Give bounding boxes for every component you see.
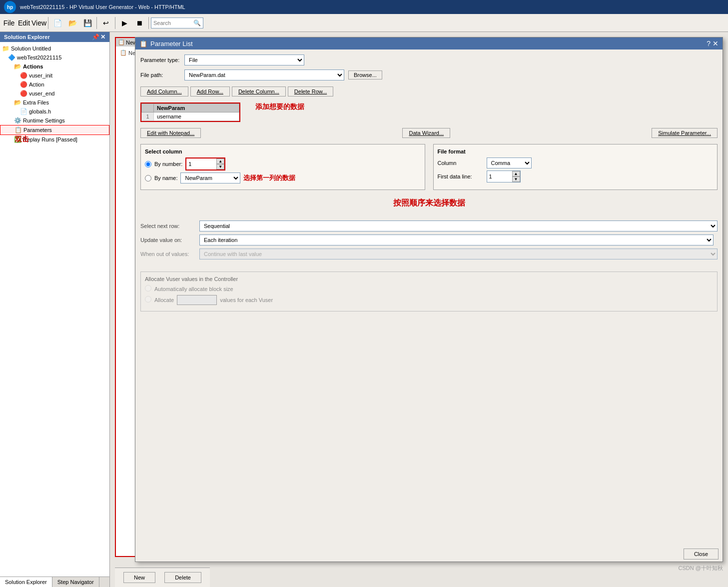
allocate-title: Allocate Vuser values in the Controller <box>145 276 713 282</box>
firstdata-spin-up[interactable]: ▲ <box>512 171 520 176</box>
param-type-label: Parameter type: <box>140 57 180 63</box>
data-wizard-button[interactable]: Data Wizard... <box>402 128 450 138</box>
tree-parameters[interactable]: 📋 Parameters <box>0 125 109 135</box>
spin-down[interactable]: ▼ <box>216 164 224 170</box>
file-path-label: File path: <box>140 72 180 78</box>
allocate-auto-radio[interactable] <box>145 285 151 292</box>
edit-menu-label[interactable]: Edit <box>18 19 30 27</box>
allocate-suffix: values for each Vuser <box>220 297 273 303</box>
runtime-icon: ⚙️ <box>14 117 21 124</box>
dialog-close-button[interactable]: ✕ <box>713 40 719 48</box>
tree-action[interactable]: 🔴 Action <box>0 80 109 89</box>
param-type-select[interactable]: File <box>184 54 304 66</box>
username-cell[interactable]: username <box>154 112 239 121</box>
by-number-input[interactable]: 1 <box>186 158 216 170</box>
extra-files-icon: 📂 <box>14 99 21 106</box>
allocate-manual-radio[interactable] <box>145 296 151 302</box>
vuser-init-label: vuser_init <box>29 72 52 78</box>
newparam-column-header: NewParam <box>154 104 239 112</box>
action-buttons-row: Add Column... Add Row... Delete Column..… <box>140 84 718 98</box>
update-value-select[interactable]: Each iteration Each occurrence Once <box>199 234 714 246</box>
title-bar: hp webTest20221115 - HP Virtual User Gen… <box>0 0 728 14</box>
add-row-button[interactable]: Add Row... <box>190 86 230 96</box>
view-menu-label[interactable]: View <box>31 19 46 27</box>
row-number-cell: 1 <box>142 112 154 121</box>
dialog-content: Parameter type: File File path: NewParam… <box>135 50 723 546</box>
row-num-header <box>142 104 154 112</box>
tree-globals[interactable]: 📄 globals.h <box>0 107 109 116</box>
search-box[interactable]: 🔍 <box>151 18 203 28</box>
when-out-select[interactable]: Continue with last value <box>199 248 718 260</box>
parameter-list-dialog: 📋 Parameter List ? ✕ Parameter type: Fil… <box>135 37 723 562</box>
by-name-label[interactable]: By name: <box>154 175 177 181</box>
first-data-input[interactable]: 1 <box>487 171 512 182</box>
runtime-label: Runtime Settings <box>23 118 65 124</box>
dialog-title-text: Parameter List <box>150 40 193 48</box>
tree-vuser-end[interactable]: 🔴 vuser_end <box>0 89 109 98</box>
panel-tabs: Solution Explorer Step Navigator <box>0 576 109 587</box>
pin-icon[interactable]: 📌 <box>92 34 99 40</box>
allocate-auto-row: Automatically allocate block size <box>145 285 713 293</box>
allocate-manual-label: Allocate <box>154 297 174 303</box>
tree-solution-untitled[interactable]: 📁 Solution Untitled <box>0 44 109 53</box>
toolbar-save[interactable]: 💾 <box>80 16 94 30</box>
comma-select[interactable]: Comma Tab Space <box>487 158 532 168</box>
two-col-section: Select column By number: 1 ▲ ▼ <box>140 144 718 190</box>
select-next-row-label: Select next row: <box>140 223 195 229</box>
simulate-button[interactable]: Simulate Parameter... <box>652 128 718 138</box>
by-name-dropdown[interactable]: NewParam <box>180 172 240 184</box>
browse-button[interactable]: Browse... <box>348 70 382 80</box>
add-column-button[interactable]: Add Column... <box>140 86 188 96</box>
dialog-close-btn[interactable]: Close <box>684 548 719 560</box>
allocate-section: Allocate Vuser values in the Controller … <box>140 272 718 312</box>
by-number-label[interactable]: By number: <box>154 161 182 167</box>
menu-file[interactable]: File <box>2 16 16 30</box>
toolbar-undo[interactable]: ↩ <box>99 16 113 30</box>
tab-step-navigator[interactable]: Step Navigator <box>52 577 99 587</box>
allocate-manual-row: Allocate values for each Vuser <box>145 295 713 305</box>
select-next-row-select[interactable]: Sequential Random Unique <box>199 220 718 232</box>
search-icon: 🔍 <box>193 20 201 26</box>
file-format-group: File format Column Comma Tab Space <box>433 144 718 190</box>
close-panel-icon[interactable]: ✕ <box>100 34 105 40</box>
edit-notepad-button[interactable]: Edit with Notepad... <box>140 128 201 138</box>
first-data-input-container: 1 ▲ ▼ <box>487 170 521 182</box>
allocate-value-input[interactable] <box>177 295 217 305</box>
tree-actions[interactable]: 📂 Actions <box>0 62 109 71</box>
menu-view[interactable]: View <box>32 16 46 30</box>
column-format-label: Column <box>438 160 483 166</box>
delete-column-button[interactable]: Delete Column... <box>232 86 286 96</box>
delete-row-button[interactable]: Delete Row... <box>288 86 333 96</box>
spin-up[interactable]: ▲ <box>216 158 224 164</box>
new-param-button[interactable]: New <box>123 572 155 583</box>
data-table-container: NewParam 1 username <box>140 102 240 122</box>
toolbar-new[interactable]: 📄 <box>50 16 64 30</box>
actions-label: Actions <box>23 64 43 70</box>
select-next-row: Select next row: Sequential Random Uniqu… <box>140 220 718 232</box>
toolbar-open[interactable]: 📂 <box>65 16 79 30</box>
by-name-radio[interactable] <box>145 175 151 182</box>
spin-buttons: ▲ ▼ <box>216 158 224 170</box>
dialog-help-button[interactable]: ? <box>707 40 711 48</box>
tab-solution-explorer[interactable]: Solution Explorer <box>0 577 52 587</box>
tree-webtest[interactable]: 🔷 webTest20221115 <box>0 53 109 62</box>
select-col-annotation: 选择第一列的数据 <box>243 174 295 182</box>
toolbar-run[interactable]: ▶ <box>117 16 131 30</box>
table-row[interactable]: 1 username <box>142 112 239 121</box>
vuser-init-icon: 🔴 <box>20 72 27 79</box>
by-number-radio[interactable] <box>145 161 151 168</box>
dialog-title-area: 📋 Parameter List <box>139 40 193 48</box>
toolbar-stop[interactable]: ⏹ <box>132 16 146 30</box>
param-list-icon: 📋 <box>118 39 125 46</box>
file-menu-label[interactable]: File <box>3 19 15 27</box>
globals-icon: 📄 <box>20 108 27 115</box>
delete-param-button[interactable]: Delete <box>164 572 201 583</box>
tree-extra-files[interactable]: 📂 Extra Files <box>0 98 109 107</box>
toolbar-separator-2 <box>96 17 97 29</box>
tree-runtime-settings[interactable]: ⚙️ Runtime Settings <box>0 116 109 125</box>
file-path-select[interactable]: NewParam.dat <box>184 70 344 80</box>
menu-edit[interactable]: Edit <box>17 16 31 30</box>
tree-vuser-init[interactable]: 🔴 vuser_init <box>0 71 109 80</box>
search-input[interactable] <box>153 20 193 26</box>
firstdata-spin-down[interactable]: ▼ <box>512 176 520 182</box>
